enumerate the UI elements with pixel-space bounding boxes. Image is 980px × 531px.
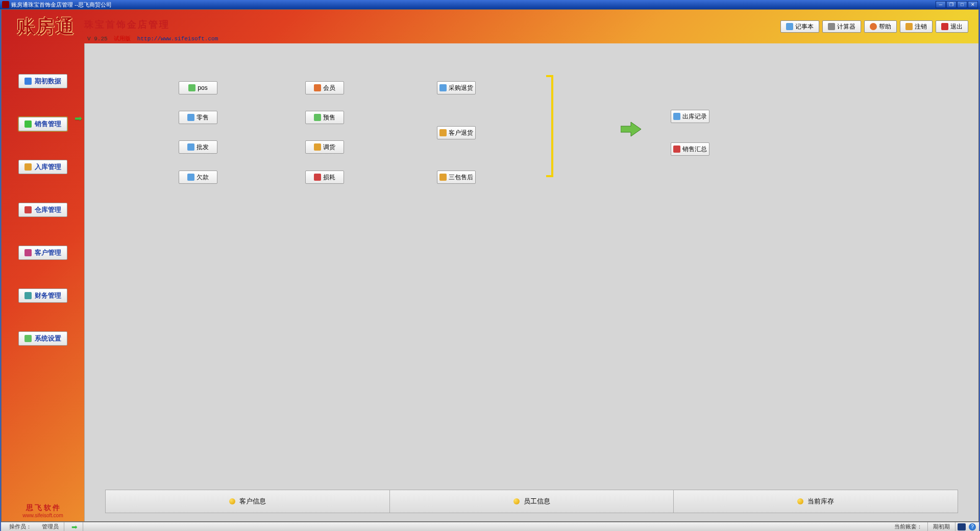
initial-data-icon [24,78,32,85]
notepad-icon [786,23,793,30]
logout-button[interactable]: 注销 [900,20,933,33]
sidebar-item-initial-data[interactable]: 期初数据 [18,74,67,88]
maximize-button[interactable]: □ [957,1,967,8]
retail-button[interactable]: 零售 [179,111,217,124]
sales-icon [24,120,32,128]
dot-icon [229,498,235,504]
arrears-icon [187,174,194,181]
settings-icon [24,335,32,342]
staff-info-button[interactable]: 员工信息 [390,490,674,513]
close-button[interactable]: ✕ [968,1,978,8]
pos-button[interactable]: pos [179,81,217,94]
help-icon [870,23,877,30]
arrow-icon: ➡ [71,523,78,531]
title-bar: 账房通珠宝首饰金店管理 --思飞商贸公司 ─ ❐ □ ✕ [0,0,980,9]
top-toolbar: 记事本 计算器 帮助 注销 退出 [780,20,968,33]
out-record-icon [673,113,680,120]
calculator-icon [828,23,835,30]
trial-label: 试用版 [114,36,131,42]
current-stock-button[interactable]: 当前库存 [674,490,958,513]
presale-button[interactable]: 预售 [305,111,344,124]
version: V 9.25 [87,36,108,42]
member-button[interactable]: 会员 [305,81,344,94]
sales-summary-button[interactable]: 销售汇总 [671,142,709,156]
customer-info-button[interactable]: 客户信息 [106,490,390,513]
footer-brand: 思 飞 软 件 www.sifeisoft.com [2,503,84,518]
exit-icon [941,23,948,30]
exit-button[interactable]: 退出 [936,20,968,33]
sales-summary-icon [673,146,680,153]
status-bar: 操作员： 管理员 ➡ 当前账套： 期初期 ? [1,522,979,531]
sidebar-item-settings[interactable]: 系统设置 [18,331,67,346]
logout-icon [905,23,913,30]
transfer-button[interactable]: 调货 [305,140,344,154]
logo: 账房通 [17,14,75,39]
dot-icon [797,498,803,504]
aftersales-icon [439,174,447,181]
subtitle: 珠宝首饰金店管理 [84,18,170,31]
customer-return-button[interactable]: 客户退货 [437,126,476,139]
status-arrow: ➡ [64,522,83,531]
pos-icon [188,84,195,91]
sidebar-item-sales[interactable]: 销售管理 [18,117,67,131]
restore-button[interactable]: ❐ [946,1,957,8]
bottom-bar: 客户信息 员工信息 当前库存 [105,490,958,513]
notepad-button[interactable]: 记事本 [780,20,819,33]
aftersales-button[interactable]: 三包售后 [437,171,476,184]
sidebar-item-inbound[interactable]: 入库管理 [18,160,67,174]
finance-icon [24,292,32,299]
period-segment: 期初期 [928,522,955,531]
dot-icon [513,498,520,504]
flow-arrow-icon [621,121,641,137]
sidebar: 期初数据 ➡ 销售管理 入库管理 仓库管理 客户管理 财务管理 系统设置 思 飞… [2,43,84,521]
sidebar-item-customer[interactable]: 客户管理 [18,246,67,260]
operator-segment: 操作员： 管理员 [4,522,64,531]
group-bracket [546,75,553,177]
out-record-button[interactable]: 出库记录 [671,110,709,123]
window-title: 账房通珠宝首饰金店管理 --思飞商贸公司 [11,1,112,9]
warehouse-icon [24,206,32,213]
content-area: pos 会员 采购退货 零售 预售 客户退货 批发 调货 欠款 损耗 三包售后 … [84,43,978,521]
app-frame: 账房通 珠宝首饰金店管理 V 9.25 试用版 http://www.sifei… [1,9,979,522]
loss-button[interactable]: 损耗 [305,171,344,184]
arrears-button[interactable]: 欠款 [179,171,217,184]
website-url[interactable]: http://www.sifeisoft.com [137,36,218,42]
wholesale-icon [187,143,194,151]
current-set-segment: 当前账套： [889,522,928,531]
presale-icon [314,114,321,121]
tray-icon[interactable] [958,523,966,530]
transfer-icon [314,143,321,151]
customer-icon [24,249,32,256]
version-line: V 9.25 试用版 http://www.sifeisoft.com [87,35,218,42]
purchase-return-button[interactable]: 采购退货 [437,81,476,94]
loss-icon [314,174,321,181]
active-arrow-icon: ➡ [75,113,82,124]
body: 期初数据 ➡ 销售管理 入库管理 仓库管理 客户管理 财务管理 系统设置 思 飞… [2,43,978,521]
help-button[interactable]: 帮助 [864,20,897,33]
inbound-icon [24,163,32,171]
wholesale-button[interactable]: 批发 [179,140,217,154]
customer-return-icon [439,129,447,136]
minimize-button[interactable]: ─ [936,1,946,8]
retail-icon [187,114,194,121]
sidebar-item-warehouse[interactable]: 仓库管理 [18,203,67,217]
sidebar-item-finance[interactable]: 财务管理 [18,288,67,303]
app-icon [2,1,9,8]
member-icon [314,84,321,91]
calculator-button[interactable]: 计算器 [822,20,861,33]
help-tray-icon[interactable]: ? [969,523,976,530]
purchase-return-icon [439,84,447,91]
header: 账房通 珠宝首饰金店管理 V 9.25 试用版 http://www.sifei… [2,10,978,43]
